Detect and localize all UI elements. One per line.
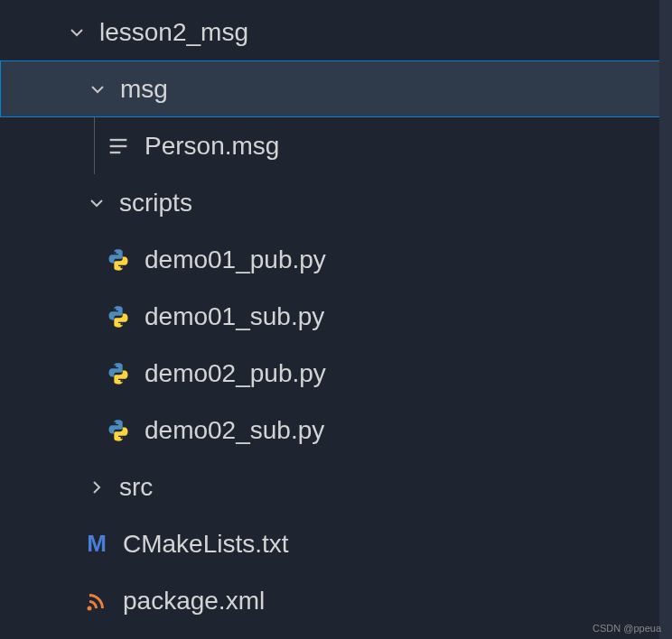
file-cmakelists[interactable]: M CMakeLists.txt: [0, 515, 672, 572]
svg-point-3: [88, 606, 92, 610]
folder-label: msg: [120, 75, 168, 104]
file-label: demo01_sub.py: [145, 302, 324, 331]
file-demo01-sub[interactable]: demo01_sub.py: [0, 288, 672, 345]
python-icon: [105, 360, 132, 387]
file-demo01-pub[interactable]: demo01_pub.py: [0, 231, 672, 288]
text-file-icon: [105, 133, 132, 160]
file-person-msg[interactable]: Person.msg: [0, 117, 672, 174]
chevron-right-icon: [83, 474, 110, 501]
file-label: CMakeLists.txt: [123, 530, 289, 559]
chevron-down-icon: [83, 190, 110, 217]
folder-label: lesson2_msg: [99, 18, 248, 47]
xml-icon: [83, 588, 110, 615]
python-icon: [105, 303, 132, 330]
file-package-xml[interactable]: package.xml: [0, 572, 672, 629]
file-label: demo02_sub.py: [145, 416, 324, 445]
folder-label: scripts: [119, 189, 192, 218]
folder-msg[interactable]: msg: [0, 60, 672, 117]
python-icon: [105, 246, 132, 273]
file-label: demo02_pub.py: [145, 359, 326, 388]
python-icon: [105, 417, 132, 444]
file-explorer-tree: lesson2_msg msg Person.msg scripts: [0, 0, 672, 629]
file-label: Person.msg: [145, 132, 279, 161]
chevron-down-icon: [63, 19, 90, 46]
folder-lesson2-msg[interactable]: lesson2_msg: [0, 4, 672, 60]
scrollbar[interactable]: [659, 0, 672, 639]
chevron-down-icon: [84, 76, 111, 103]
folder-src[interactable]: src: [0, 458, 672, 515]
file-label: demo01_pub.py: [145, 245, 326, 274]
cmake-icon: M: [83, 531, 110, 558]
watermark: CSDN @ppeua: [593, 623, 661, 634]
folder-label: src: [119, 473, 153, 502]
file-demo02-pub[interactable]: demo02_pub.py: [0, 345, 672, 402]
folder-scripts[interactable]: scripts: [0, 174, 672, 231]
file-demo02-sub[interactable]: demo02_sub.py: [0, 402, 672, 458]
file-label: package.xml: [123, 587, 265, 616]
indent-guide: [94, 117, 95, 174]
